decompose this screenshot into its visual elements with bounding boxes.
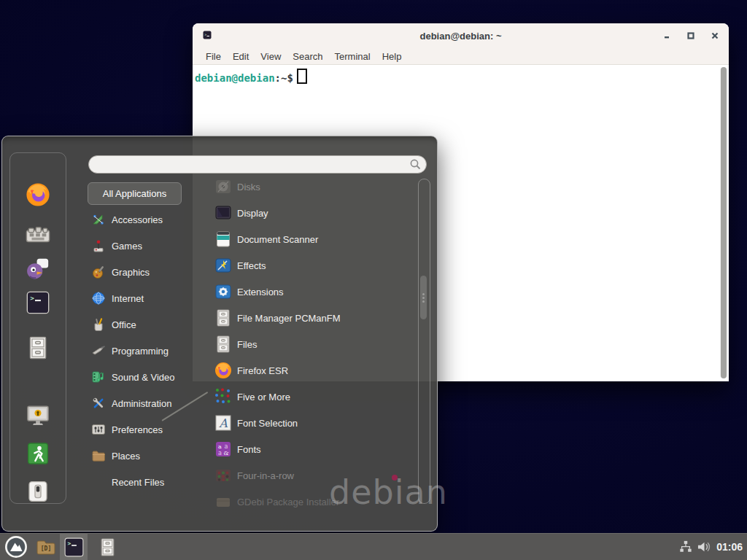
- terminal-scrollbar[interactable]: [720, 67, 727, 378]
- terminal-cursor: [297, 69, 307, 84]
- onscreen-keyboard-launcher[interactable]: [23, 221, 53, 250]
- files-launcher[interactable]: [23, 333, 53, 362]
- shutdown-icon: [26, 480, 50, 503]
- category-office[interactable]: Office: [87, 311, 196, 338]
- category-preferences[interactable]: Preferences: [87, 416, 196, 443]
- app-disks[interactable]: Disks: [201, 174, 414, 200]
- app-label: Fonts: [237, 444, 261, 455]
- application-list-scrollbar-thumb[interactable]: [420, 276, 427, 319]
- minimize-button[interactable]: [660, 30, 673, 42]
- terminal-taskbar-button[interactable]: >: [60, 534, 88, 560]
- system-tray: 01:06: [679, 534, 743, 560]
- menu-file[interactable]: File: [200, 51, 227, 62]
- category-label: Internet: [112, 293, 144, 304]
- application-list: Disks Display Document Scanner Effects E…: [201, 174, 414, 515]
- terminal-launcher[interactable]: >: [23, 288, 53, 317]
- app-firefox-esr[interactable]: Firefox ESR: [201, 357, 414, 384]
- desktop: > debian@debian: ~ File Edit View Search…: [0, 0, 747, 560]
- app-font-selection[interactable]: A Font Selection: [201, 410, 414, 436]
- category-label: Graphics: [112, 267, 150, 278]
- category-sound-video[interactable]: Sound & Video: [87, 364, 196, 390]
- svg-text:a: a: [225, 443, 228, 450]
- category-label: Places: [112, 451, 140, 462]
- app-label: Files: [237, 339, 257, 350]
- category-places[interactable]: Places: [87, 443, 196, 469]
- category-recent-files[interactable]: Recent Files: [87, 469, 196, 495]
- volume-icon[interactable]: [697, 540, 711, 553]
- prompt-suffix: :~$: [275, 72, 293, 84]
- prompt-user-host: debian@debian: [195, 72, 275, 84]
- file-cabinet-icon: [214, 309, 232, 327]
- menu-help[interactable]: Help: [376, 51, 408, 62]
- all-applications-button[interactable]: All Applications: [88, 182, 182, 205]
- app-label: Font Selection: [237, 418, 298, 429]
- app-display[interactable]: Display: [201, 200, 414, 226]
- app-files[interactable]: Files: [201, 331, 414, 357]
- app-fonts[interactable]: aaa& Fonts: [201, 436, 414, 462]
- category-list: Accessories Games Graphics Internet Offi…: [87, 206, 196, 495]
- category-label: Accessories: [112, 214, 163, 225]
- internet-icon: [91, 291, 106, 306]
- file-cabinet-taskbar-button[interactable]: [93, 534, 121, 560]
- category-label: Administration: [112, 398, 171, 409]
- favorites-panel: >: [9, 152, 66, 504]
- five-or-more-icon: [214, 388, 232, 405]
- logout-icon: [26, 442, 50, 465]
- terminal-titlebar[interactable]: > debian@debian: ~: [193, 23, 729, 49]
- firefox-icon: [214, 362, 232, 379]
- menu-view[interactable]: View: [255, 51, 287, 62]
- search-input[interactable]: [88, 155, 427, 174]
- app-five-or-more[interactable]: Five or More: [201, 384, 414, 410]
- terminal-scrollbar-thumb[interactable]: [721, 67, 727, 378]
- menu-search[interactable]: Search: [287, 51, 328, 62]
- shutdown-button[interactable]: [23, 477, 53, 506]
- firefox-launcher[interactable]: [23, 180, 53, 209]
- app-label: Effects: [237, 260, 266, 271]
- app-document-scanner[interactable]: Document Scanner: [201, 226, 414, 252]
- onboard-keyboard-icon: [26, 223, 50, 248]
- graphics-icon: [91, 265, 106, 279]
- menu-logo-icon: [5, 536, 27, 558]
- app-file-manager-pcmanfm[interactable]: File Manager PCManFM: [201, 305, 414, 331]
- app-four-in-a-row[interactable]: Four-in-a-row: [201, 462, 414, 489]
- font-selection-icon: A: [214, 414, 232, 432]
- app-label: File Manager PCManFM: [237, 313, 341, 324]
- application-list-scrollbar[interactable]: [418, 179, 430, 504]
- menu-edit[interactable]: Edit: [227, 51, 255, 62]
- category-internet[interactable]: Internet: [87, 285, 196, 311]
- category-graphics[interactable]: Graphics: [87, 259, 196, 285]
- app-label: Document Scanner: [237, 234, 318, 245]
- pidgin-launcher[interactable]: [23, 254, 53, 284]
- folder-icon: [D]: [36, 538, 56, 556]
- category-label: Office: [112, 319, 136, 330]
- category-administration[interactable]: Administration: [87, 390, 196, 416]
- svg-text:&: &: [223, 450, 228, 456]
- file-cabinet-icon: [26, 336, 50, 359]
- lock-screen-button[interactable]: [23, 401, 53, 430]
- administration-icon: [91, 396, 106, 411]
- svg-text:>: >: [30, 294, 34, 302]
- maximize-button[interactable]: [684, 30, 697, 42]
- terminal-window-icon: >: [203, 31, 212, 39]
- clock[interactable]: 01:06: [716, 541, 743, 553]
- menu-button[interactable]: [0, 534, 32, 560]
- app-label: Disks: [237, 182, 260, 192]
- category-label: Games: [112, 241, 142, 252]
- category-accessories[interactable]: Accessories: [87, 206, 196, 233]
- close-button[interactable]: [708, 30, 721, 42]
- category-games[interactable]: Games: [87, 233, 196, 259]
- app-gdebi-package-installer[interactable]: GDebi Package Installer: [201, 489, 414, 515]
- logout-button[interactable]: [23, 439, 53, 468]
- app-effects[interactable]: Effects: [201, 252, 414, 279]
- preferences-icon: [91, 422, 106, 437]
- category-programming[interactable]: Programming: [87, 338, 196, 364]
- taskbar: [D] > 01:06: [0, 533, 747, 560]
- menu-terminal[interactable]: Terminal: [329, 51, 376, 62]
- window-title: debian@debian: ~: [193, 31, 729, 42]
- app-extensions[interactable]: Extensions: [201, 279, 414, 305]
- four-in-a-row-icon: [214, 467, 232, 484]
- network-icon[interactable]: [679, 540, 692, 553]
- svg-text:a: a: [218, 443, 222, 450]
- file-manager-launcher[interactable]: [D]: [32, 534, 60, 560]
- app-label: Extensions: [237, 287, 284, 298]
